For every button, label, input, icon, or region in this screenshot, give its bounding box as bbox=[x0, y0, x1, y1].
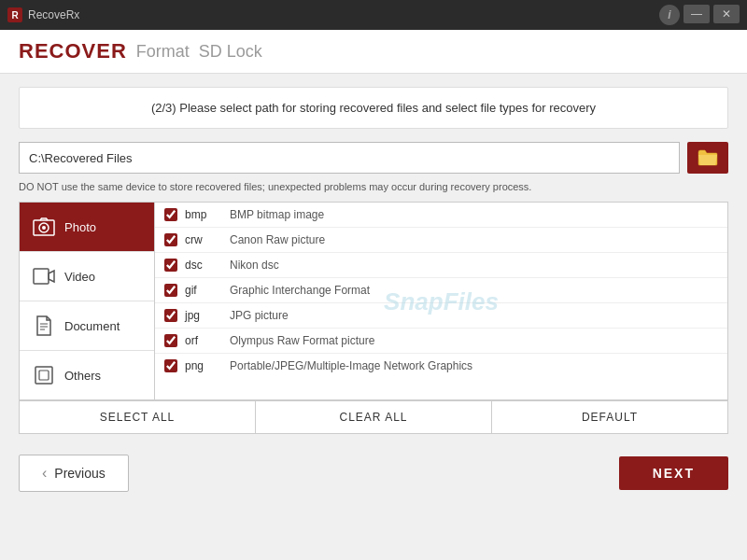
file-checkbox-orf[interactable] bbox=[164, 334, 177, 347]
app-title: RecoveRx bbox=[28, 8, 79, 21]
title-bar: R RecoveRx i — ✕ bbox=[0, 0, 747, 30]
warning-text: DO NOT use the same device to store reco… bbox=[19, 181, 728, 192]
step-description: (2/3) Please select path for storing rec… bbox=[19, 87, 728, 129]
svg-point-2 bbox=[42, 226, 46, 230]
video-icon bbox=[31, 265, 57, 287]
file-ext: gif bbox=[185, 284, 222, 297]
file-checkbox-bmp[interactable] bbox=[164, 208, 177, 221]
file-row: pngPortable/JPEG/Multiple-Image Network … bbox=[155, 354, 727, 378]
file-list-scroll[interactable]: bmpBMP bitmap imagecrwCanon Raw pictured… bbox=[155, 203, 727, 389]
file-row: gifGraphic Interchange Format bbox=[155, 278, 727, 303]
title-bar-left: R RecoveRx bbox=[7, 7, 79, 22]
file-desc: Portable/JPEG/Multiple-Image Network Gra… bbox=[230, 359, 472, 372]
file-ext: jpg bbox=[185, 309, 222, 322]
document-icon bbox=[31, 315, 57, 337]
file-checkbox-png[interactable] bbox=[164, 359, 177, 372]
svg-rect-3 bbox=[34, 269, 49, 284]
file-list-panel: SnapFiles bmpBMP bitmap imagecrwCanon Ra… bbox=[155, 203, 727, 399]
file-desc: JPG picture bbox=[230, 309, 289, 322]
file-row: crwCanon Raw picture bbox=[155, 228, 727, 253]
file-row: orfOlympus Raw Format picture bbox=[155, 329, 727, 354]
file-ext: dsc bbox=[185, 259, 222, 272]
file-ext: png bbox=[185, 359, 222, 372]
file-checkbox-jpg[interactable] bbox=[164, 309, 177, 322]
nav-header: RECOVER Format SD Lock bbox=[0, 30, 747, 74]
category-others-label: Others bbox=[64, 369, 101, 383]
category-document-label: Document bbox=[64, 319, 120, 333]
folder-icon bbox=[698, 149, 718, 166]
category-panel: Photo Video Document bbox=[20, 203, 155, 399]
svg-rect-8 bbox=[39, 371, 49, 380]
nav-format[interactable]: Format bbox=[136, 42, 190, 62]
svg-rect-7 bbox=[35, 367, 52, 384]
file-ext: bmp bbox=[185, 208, 222, 221]
file-desc: Canon Raw picture bbox=[230, 233, 325, 246]
category-photo-label: Photo bbox=[64, 220, 96, 234]
app-icon: R bbox=[7, 7, 22, 22]
file-desc: Graphic Interchange Format bbox=[230, 284, 370, 297]
file-ext: orf bbox=[185, 334, 222, 347]
file-desc: BMP bitmap image bbox=[230, 208, 324, 221]
close-button[interactable]: ✕ bbox=[713, 5, 740, 23]
category-video-label: Video bbox=[64, 270, 95, 284]
file-checkbox-gif[interactable] bbox=[164, 284, 177, 297]
category-others[interactable]: Others bbox=[20, 351, 154, 399]
browse-button[interactable] bbox=[687, 142, 728, 174]
nav-sdlock[interactable]: SD Lock bbox=[199, 42, 262, 62]
path-section bbox=[19, 142, 728, 174]
file-row: bmpBMP bitmap image bbox=[155, 203, 727, 228]
path-input[interactable] bbox=[19, 142, 680, 174]
default-button[interactable]: DEFAULT bbox=[492, 401, 727, 433]
previous-button[interactable]: ‹ Previous bbox=[19, 455, 129, 492]
file-row: jpgJPG picture bbox=[155, 303, 727, 329]
chevron-left-icon: ‹ bbox=[42, 465, 47, 482]
category-document[interactable]: Document bbox=[20, 301, 154, 351]
file-ext: crw bbox=[185, 233, 222, 246]
clear-all-button[interactable]: CLEAR ALL bbox=[256, 401, 492, 433]
info-button[interactable]: i bbox=[659, 5, 680, 25]
nav-footer: ‹ Previous NEXT bbox=[0, 441, 747, 505]
category-photo[interactable]: Photo bbox=[20, 203, 154, 252]
category-video[interactable]: Video bbox=[20, 252, 154, 301]
title-bar-controls: i — ✕ bbox=[659, 5, 740, 25]
file-desc: Olympus Raw Format picture bbox=[230, 334, 374, 347]
file-desc: Nikon dsc bbox=[230, 259, 279, 272]
minimize-button[interactable]: — bbox=[684, 5, 710, 23]
file-type-selector: Photo Video Document bbox=[19, 202, 728, 400]
photo-icon bbox=[31, 216, 57, 238]
file-row: dscNikon dsc bbox=[155, 253, 727, 278]
file-checkbox-dsc[interactable] bbox=[164, 259, 177, 272]
others-icon bbox=[31, 364, 57, 386]
nav-recover[interactable]: RECOVER bbox=[19, 39, 127, 63]
select-all-button[interactable]: SELECT ALL bbox=[20, 401, 256, 433]
file-checkbox-crw[interactable] bbox=[164, 233, 177, 246]
next-button[interactable]: NEXT bbox=[619, 456, 728, 490]
selector-actions: SELECT ALL CLEAR ALL DEFAULT bbox=[19, 400, 728, 434]
